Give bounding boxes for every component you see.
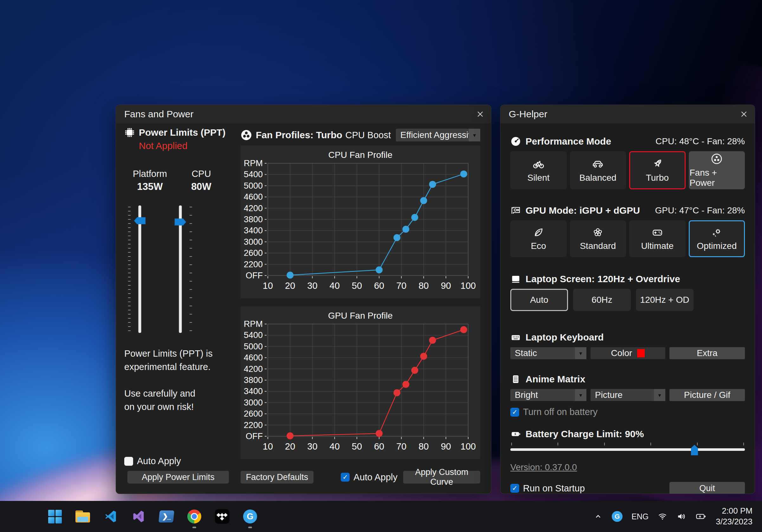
language-indicator[interactable]: ENG	[632, 512, 648, 521]
laptop-screen-header: Laptop Screen: 120Hz + Overdrive	[526, 273, 680, 284]
cpu-temp-status: CPU: 48°C - Fan: 28%	[655, 136, 745, 146]
svg-text:2600: 2600	[244, 248, 263, 258]
platform-slider[interactable]	[133, 205, 146, 333]
quit-button[interactable]: Quit	[669, 482, 745, 494]
svg-text:OFF: OFF	[246, 271, 263, 280]
cpu-fan-chart[interactable]: OFF220026003000340038004200460050005400R…	[241, 160, 480, 294]
cpu-slider-ticks	[190, 207, 192, 331]
keyboard-color-button[interactable]: Color	[590, 347, 665, 359]
system-tray: G ENG	[593, 501, 752, 532]
chevron-down-icon[interactable]: ▼	[469, 129, 480, 141]
battery-limit-slider[interactable]	[510, 443, 745, 455]
svg-text:60: 60	[374, 280, 384, 291]
matrix-picture-gif-button[interactable]: Picture / Gif	[669, 389, 745, 401]
matrix-battery-checkbox[interactable]: ✓ Turn off on battery	[510, 407, 745, 417]
fans-window-title: Fans and Power	[124, 109, 193, 119]
chip-icon	[124, 127, 135, 138]
vscode-icon[interactable]	[103, 509, 118, 524]
running-indicator	[192, 527, 196, 528]
perf-mode-balanced-button[interactable]: Balanced	[570, 151, 626, 189]
apply-power-limits-button[interactable]: Apply Power Limits	[127, 471, 229, 484]
cpu-slider[interactable]	[174, 205, 187, 333]
svg-text:2200: 2200	[244, 420, 263, 430]
windows-logo-icon	[48, 510, 62, 523]
power-limits-warning: Power Limits (PPT) is experimental featu…	[124, 347, 233, 373]
gpu-mode-eco-button[interactable]: Eco	[510, 220, 567, 257]
chevron-up-icon[interactable]	[593, 512, 603, 521]
cpu-boost-label: CPU Boost	[345, 130, 391, 140]
keyboard-controls: Static ▼ Color Extra	[510, 347, 745, 359]
wifi-icon[interactable]	[657, 511, 667, 521]
cpu-slider-thumb[interactable]	[175, 218, 186, 225]
monitor-icon	[510, 273, 521, 284]
powershell-icon[interactable]: ❯_	[159, 509, 174, 524]
svg-text:3800: 3800	[244, 375, 263, 385]
visual-studio-icon[interactable]	[131, 509, 146, 524]
gpu-fan-chart[interactable]: OFF220026003000340038004200460050005400R…	[241, 321, 480, 455]
version-link[interactable]: Version: 0.37.0.0	[510, 462, 577, 472]
fans-window-titlebar[interactable]: Fans and Power	[116, 105, 491, 123]
taskbar-clock[interactable]: 2:00 PM 3/23/2023	[716, 506, 752, 527]
gpu-mode-standard-button[interactable]: Standard	[570, 220, 626, 257]
svg-text:3400: 3400	[244, 387, 263, 396]
svg-text:4600: 4600	[244, 353, 263, 362]
svg-text:70: 70	[396, 441, 406, 451]
perf-mode-silent-button[interactable]: Silent	[510, 151, 567, 189]
factory-defaults-button[interactable]: Factory Defaults	[241, 471, 314, 484]
keyboard-mode-select[interactable]: Static ▼	[510, 347, 586, 359]
gpu-mode-header: GPU Mode: iGPU + dGPU	[526, 205, 640, 216]
matrix-brightness-select[interactable]: Bright ▼	[510, 389, 586, 401]
run-on-startup-checkbox[interactable]: ✓ Run on Startup	[510, 483, 585, 494]
chevron-down-icon[interactable]: ▼	[654, 389, 665, 401]
screen-auto-button[interactable]: Auto	[510, 289, 568, 311]
g-helper-window: G-Helper Performance Mode CPU: 48°C - Fa…	[500, 105, 755, 494]
taskbar: ❯_ G G ENG	[0, 501, 762, 532]
tidal-icon[interactable]	[215, 509, 229, 524]
chrome-icon[interactable]	[187, 509, 201, 524]
svg-text:50: 50	[352, 280, 362, 291]
keyboard-extra-button[interactable]: Extra	[669, 347, 745, 359]
clock-date: 3/23/2023	[716, 516, 752, 527]
file-explorer-icon[interactable]	[75, 509, 90, 524]
svg-text:100: 100	[461, 280, 476, 291]
battery-slider-track[interactable]	[510, 448, 745, 451]
g-helper-tray-icon[interactable]: G	[612, 511, 623, 522]
volume-icon[interactable]	[676, 511, 687, 521]
cpu-boost-select[interactable]: Efficient Aggressive ▼	[396, 129, 480, 141]
gauge-icon	[510, 136, 521, 147]
cpu-chart-title: CPU Fan Profile	[241, 145, 480, 160]
gpu-mode-optimized-button[interactable]: Optimized	[689, 220, 745, 257]
svg-text:30: 30	[307, 441, 317, 451]
platform-label: Platform	[131, 168, 169, 180]
power-limits-auto-apply-checkbox[interactable]: Auto Apply	[124, 456, 233, 466]
screen-60hz-button[interactable]: 60Hz	[573, 289, 631, 311]
close-icon[interactable]	[736, 107, 751, 121]
chevron-down-icon[interactable]: ▼	[575, 347, 586, 359]
svg-text:5400: 5400	[244, 170, 263, 179]
apply-custom-curve-button[interactable]: Apply Custom Curve	[403, 471, 480, 484]
battery-slider-thumb[interactable]	[691, 445, 698, 455]
performance-mode-buttons: Silent Balanced	[510, 151, 745, 189]
g-helper-titlebar[interactable]: G-Helper	[500, 105, 755, 123]
cpu-label: CPU	[183, 168, 220, 180]
perf-mode-fans-power-button[interactable]: Fans + Power	[689, 151, 745, 189]
curve-auto-apply-checkbox[interactable]: ✓ Auto Apply	[341, 472, 398, 483]
gpu-fan-chart-panel: GPU Fan Profile OFF220026003000340038004…	[241, 306, 480, 459]
svg-text:4200: 4200	[244, 364, 263, 374]
start-button[interactable]	[47, 509, 62, 524]
platform-value: 135W	[131, 180, 169, 193]
svg-text:90: 90	[441, 441, 451, 451]
platform-slider-track[interactable]	[138, 205, 141, 333]
chevron-down-icon[interactable]: ▼	[575, 389, 586, 401]
svg-text:2600: 2600	[244, 409, 263, 418]
screen-120hz-od-button[interactable]: 120Hz + OD	[636, 289, 694, 311]
matrix-mode-select[interactable]: Picture ▼	[590, 389, 665, 401]
battery-icon[interactable]	[695, 511, 707, 521]
platform-slider-thumb[interactable]	[134, 217, 145, 224]
gpu-mode-ultimate-button[interactable]: Ultimate	[629, 220, 686, 257]
close-icon[interactable]	[473, 107, 488, 121]
perf-mode-turbo-button[interactable]: Turbo	[629, 151, 686, 189]
power-limits-panel: Power Limits (PPT) Not Applied Platform …	[124, 127, 233, 484]
color-swatch	[637, 349, 645, 357]
g-helper-taskbar-icon[interactable]: G	[243, 509, 258, 524]
